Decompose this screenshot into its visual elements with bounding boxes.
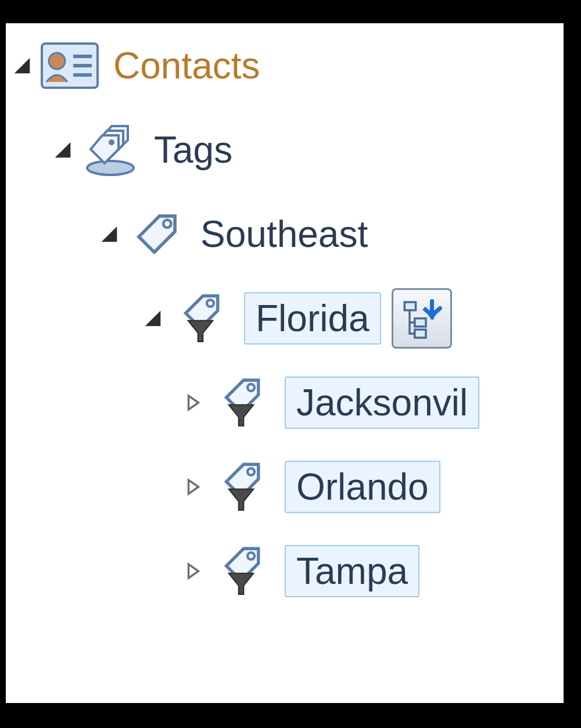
- tag-filter-icon: [209, 462, 273, 511]
- svg-point-2: [49, 53, 65, 69]
- svg-point-10: [109, 139, 114, 145]
- tree-item-southeast[interactable]: Southeast: [6, 192, 564, 276]
- tree-item-label: Florida: [244, 292, 381, 345]
- expand-toggle-icon[interactable]: [177, 561, 209, 581]
- svg-marker-18: [425, 310, 439, 321]
- tag-filter-icon: [209, 378, 273, 427]
- expand-toggle-icon[interactable]: [177, 393, 209, 413]
- tree-item-contacts[interactable]: Contacts: [6, 23, 564, 107]
- tree-item-orlando[interactable]: Orlando: [6, 444, 564, 529]
- expand-toggle-icon[interactable]: [177, 477, 209, 497]
- tag-icon: [125, 211, 189, 257]
- svg-marker-0: [14, 58, 30, 73]
- tree-item-label: Southeast: [200, 213, 368, 256]
- tree-item-label: Jacksonvil: [285, 376, 479, 429]
- expand-toggle-icon[interactable]: [46, 139, 78, 161]
- tree-item-florida[interactable]: Florida: [6, 276, 564, 360]
- tree-panel: Contacts Tags: [6, 23, 564, 703]
- svg-marker-21: [188, 480, 198, 494]
- svg-marker-6: [55, 142, 70, 157]
- tree-item-label: Tampa: [285, 545, 419, 597]
- tag-filter-icon: [168, 293, 232, 343]
- svg-rect-16: [414, 318, 425, 327]
- svg-marker-13: [145, 310, 160, 326]
- svg-marker-23: [188, 564, 198, 578]
- tree-item-label: Tags: [154, 128, 232, 171]
- tags-stack-icon: [78, 124, 142, 176]
- tree-item-tags[interactable]: Tags: [6, 107, 564, 192]
- svg-marker-11: [101, 226, 117, 242]
- tree-item-label: Orlando: [285, 461, 440, 513]
- expand-toggle-icon[interactable]: [6, 55, 38, 77]
- tree-item-jacksonville[interactable]: Jacksonvil: [6, 360, 564, 444]
- contacts-icon: [38, 42, 102, 89]
- expand-all-button[interactable]: [392, 288, 452, 349]
- expand-toggle-icon[interactable]: [93, 223, 125, 245]
- svg-rect-17: [414, 329, 425, 338]
- expand-toggle-icon[interactable]: [137, 307, 168, 329]
- svg-marker-19: [188, 396, 198, 410]
- tag-filter-icon: [209, 546, 273, 596]
- svg-point-7: [87, 161, 134, 175]
- tree-item-tampa[interactable]: Tampa: [6, 529, 564, 613]
- svg-rect-15: [404, 302, 415, 310]
- tree-item-label: Contacts: [113, 44, 260, 87]
- expand-tree-icon: [401, 298, 442, 339]
